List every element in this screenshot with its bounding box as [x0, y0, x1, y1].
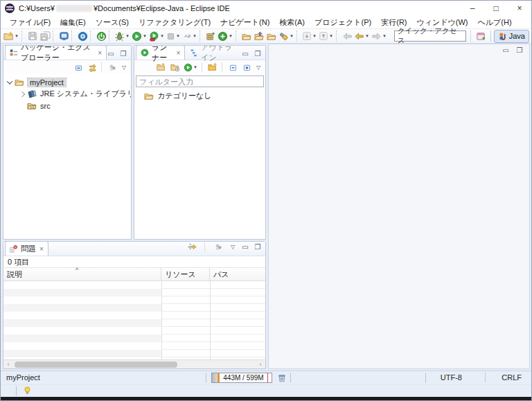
prev-annotation-button[interactable]: ▾	[318, 29, 335, 43]
prev-annotation-dropdown-icon[interactable]: ▾	[328, 33, 334, 39]
panel-minimize-icon[interactable]: ▭	[107, 50, 115, 57]
back-dropdown-icon[interactable]: ▾	[364, 33, 370, 39]
tab-problems[interactable]: 問題 ×	[5, 241, 48, 256]
forward-dropdown-icon[interactable]: ▾	[382, 33, 387, 39]
scroll-left-icon[interactable]: ‹	[3, 361, 13, 368]
editor-maximize-icon[interactable]: ❐	[515, 46, 524, 54]
coverage-button[interactable]: ▾	[148, 29, 166, 43]
debug-button[interactable]: ▾	[114, 29, 131, 43]
problems-table-body[interactable]	[3, 281, 265, 359]
sync-button[interactable]: ▾	[217, 29, 234, 43]
relaunch-button[interactable]: ▾	[181, 29, 198, 43]
panel-maximize-icon[interactable]: ❐	[254, 243, 262, 251]
tab-close-icon[interactable]: ×	[176, 49, 180, 57]
encoding-indicator[interactable]: UTF-8	[441, 373, 462, 382]
save-button[interactable]	[26, 29, 39, 43]
view-menu-icon[interactable]: ▽	[254, 64, 263, 71]
sync-dropdown-icon[interactable]: ▾	[228, 33, 233, 39]
column-resource[interactable]: リソース	[161, 268, 210, 280]
search-button[interactable]: ▾	[278, 29, 295, 43]
collapse-all-button[interactable]	[227, 60, 239, 74]
coverage-dropdown-icon[interactable]: ▾	[159, 33, 165, 39]
tab-runner[interactable]: ランナー ×	[136, 45, 185, 60]
collapse-all-button[interactable]	[72, 60, 85, 74]
run-selected-button[interactable]: ▾	[183, 60, 199, 74]
menu-navigate[interactable]: ナビゲート(N)	[215, 16, 274, 29]
minimize-button[interactable]: –	[461, 1, 484, 16]
menu-refactor[interactable]: リファクタリング(T)	[134, 16, 215, 29]
expand-all-button[interactable]	[240, 60, 253, 74]
panel-maximize-icon[interactable]: ❐	[119, 50, 127, 57]
import-button[interactable]	[253, 29, 265, 43]
menu-source[interactable]: ソース(S)	[91, 16, 134, 29]
next-annotation-dropdown-icon[interactable]: ▾	[312, 33, 317, 39]
settings-button[interactable]	[76, 29, 89, 43]
maximize-button[interactable]: □	[484, 1, 508, 16]
tab-outline[interactable]: アウトライン	[185, 45, 241, 60]
horizontal-scrollbar[interactable]: ‹ ›	[3, 359, 265, 368]
start-server-button[interactable]	[95, 29, 107, 43]
export-button[interactable]	[265, 29, 278, 43]
stop-button[interactable]: ▾	[166, 29, 181, 43]
run-dropdown-icon[interactable]: ▾	[142, 33, 148, 39]
filter-problems-button[interactable]	[186, 241, 199, 253]
editor-area[interactable]: ▭ ❐	[268, 44, 530, 369]
menu-file[interactable]: ファイル(F)	[5, 16, 55, 29]
tree-row-jre[interactable]: JRE システム・ライブラリー [JavaSE-11]	[3, 88, 131, 100]
column-description[interactable]: 説明	[3, 268, 161, 280]
chevron-down-icon[interactable]	[7, 78, 12, 84]
console-view-button[interactable]	[57, 29, 70, 43]
stop-dropdown-icon[interactable]: ▾	[175, 33, 181, 39]
tab-package-explorer[interactable]: パッケージ・エクスプローラー ×	[5, 45, 107, 60]
panel-minimize-icon[interactable]: ▭	[241, 243, 249, 251]
debug-dropdown-icon[interactable]: ▾	[125, 33, 130, 39]
heap-status-widget[interactable]: 443M / 599M	[211, 373, 272, 383]
chevron-right-icon[interactable]	[19, 91, 25, 96]
quick-access-input[interactable]: クイック・アクセス	[394, 30, 466, 42]
menu-help[interactable]: ヘルプ(H)	[473, 16, 517, 29]
panel-maximize-icon[interactable]: ❐	[254, 50, 262, 57]
last-edit-location-button[interactable]	[341, 29, 353, 43]
new-launch-config-button[interactable]	[155, 60, 168, 74]
panel-minimize-icon[interactable]: ▭	[241, 50, 249, 57]
filter-input[interactable]	[136, 75, 264, 87]
open-perspective-button[interactable]	[475, 29, 488, 43]
run-button[interactable]: ▾	[131, 29, 148, 43]
relaunch-dropdown-icon[interactable]: ▾	[192, 33, 197, 39]
launch-group-button[interactable]	[169, 60, 181, 74]
view-menu-icon[interactable]: ▽	[120, 64, 128, 71]
focus-working-set-button[interactable]	[106, 60, 118, 74]
column-path[interactable]: パス	[210, 268, 265, 280]
menu-edit[interactable]: 編集(E)	[55, 16, 91, 29]
view-menu-icon[interactable]: ▽	[229, 244, 237, 250]
tab-close-icon[interactable]: ×	[39, 245, 44, 253]
run-selected-dropdown-icon[interactable]: ▾	[193, 64, 198, 70]
save-all-button[interactable]	[39, 29, 51, 43]
java-perspective-button[interactable]: Java	[494, 30, 529, 43]
close-button[interactable]: ×	[508, 1, 531, 16]
scrollbar-thumb[interactable]	[15, 362, 177, 368]
menu-search[interactable]: 検索(A)	[274, 16, 310, 29]
tree-row-src[interactable]: src	[3, 100, 131, 112]
back-button[interactable]: ▾	[353, 29, 371, 43]
new-category-button[interactable]	[206, 60, 219, 74]
new-wizard-dropdown-icon[interactable]: ▾	[14, 33, 19, 39]
menu-project[interactable]: プロジェクト(P)	[310, 16, 376, 29]
search-dropdown-icon[interactable]: ▾	[289, 33, 294, 39]
notification-button[interactable]	[21, 386, 33, 397]
new-java-project-button[interactable]	[204, 29, 217, 43]
next-annotation-button[interactable]: ▾	[301, 29, 318, 43]
garbage-collect-button[interactable]	[276, 373, 287, 383]
new-wizard-button[interactable]: ▾	[3, 29, 20, 43]
open-file-button[interactable]	[240, 29, 253, 43]
tab-close-icon[interactable]: ×	[98, 49, 102, 57]
project-name[interactable]: myProject	[28, 78, 66, 87]
line-ending-indicator[interactable]: CRLF	[502, 373, 522, 382]
forward-button[interactable]: ▾	[371, 29, 388, 43]
group-problems-button[interactable]	[212, 241, 224, 253]
link-with-editor-button[interactable]	[86, 60, 98, 74]
runner-category-row[interactable]: カテゴリーなし	[134, 90, 265, 102]
tree-row-project[interactable]: myProject	[3, 76, 131, 88]
scroll-right-icon[interactable]: ›	[256, 361, 265, 368]
editor-minimize-icon[interactable]: ▭	[502, 46, 510, 54]
